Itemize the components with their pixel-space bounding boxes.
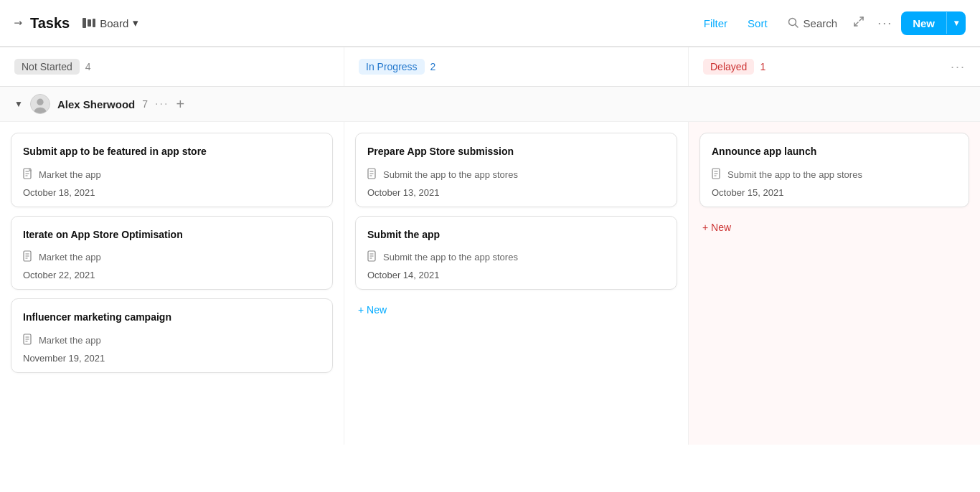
- task-parent: Market the app: [39, 169, 101, 180]
- task-meta: Submit the app to the app stores: [367, 168, 665, 181]
- task-title: Prepare App Store submission: [367, 145, 665, 159]
- task-parent: Submit the app to the app stores: [727, 169, 862, 180]
- expand-icon: [853, 16, 864, 27]
- group-add-button[interactable]: +: [176, 96, 184, 113]
- document-icon: [367, 168, 377, 179]
- doc-icon: [712, 168, 722, 181]
- search-button[interactable]: Search: [779, 13, 847, 34]
- doc-icon: [367, 168, 377, 181]
- task-title: Influencer marketing campaign: [23, 311, 321, 325]
- board-label: Board: [100, 17, 128, 29]
- document-icon: [23, 168, 33, 179]
- document-icon: [367, 250, 377, 262]
- columns-content: Submit app to be featured in app store M…: [0, 122, 980, 445]
- task-date: October 13, 2021: [367, 187, 665, 198]
- sort-button[interactable]: Sort: [739, 13, 776, 34]
- task-date: October 15, 2021: [712, 187, 957, 198]
- column-delayed: Announce app launch Submit the app to th…: [689, 122, 980, 445]
- task-date: October 14, 2021: [367, 270, 665, 280]
- delayed-column-more-button[interactable]: ···: [951, 60, 966, 75]
- header: ↗ Tasks Board ▾ Filter Sort Search: [0, 0, 980, 47]
- svg-point-5: [37, 99, 43, 105]
- status-badge-delayed: Delayed: [703, 59, 754, 75]
- task-card[interactable]: Prepare App Store submission Submit the …: [355, 133, 677, 207]
- svg-line-1: [795, 25, 798, 28]
- task-parent: Market the app: [39, 335, 101, 346]
- task-parent: Submit the app to the app stores: [383, 252, 518, 262]
- filter-button[interactable]: Filter: [695, 13, 736, 34]
- search-label: Search: [804, 17, 838, 29]
- task-meta: Submit the app to the app stores: [712, 168, 957, 181]
- status-badge-in-progress: In Progress: [359, 59, 425, 75]
- new-button-chevron-icon: ▾: [946, 12, 966, 34]
- arrow-icon: ↗: [11, 16, 26, 30]
- board-chevron-icon: ▾: [133, 16, 138, 29]
- group-more-button[interactable]: ···: [155, 98, 169, 110]
- task-card[interactable]: Influencer marketing campaign Market the…: [11, 298, 333, 373]
- task-card[interactable]: Submit app to be featured in app store M…: [11, 133, 333, 207]
- task-title: Iterate on App Store Optimisation: [23, 228, 321, 242]
- task-title: Submit app to be featured in app store: [23, 145, 321, 159]
- header-right: Filter Sort Search ··· New ▾: [695, 11, 966, 35]
- task-parent: Submit the app to the app stores: [383, 169, 518, 180]
- task-date: November 19, 2021: [23, 353, 321, 364]
- doc-icon: [367, 250, 377, 264]
- column-not-started: Submit app to be featured in app store M…: [0, 122, 344, 445]
- board-icon: [83, 18, 95, 28]
- page-title: Tasks: [30, 15, 70, 32]
- task-date: October 18, 2021: [23, 187, 321, 198]
- task-card[interactable]: Iterate on App Store Optimisation Market…: [11, 216, 333, 290]
- expand-button[interactable]: [849, 11, 869, 34]
- task-card[interactable]: Submit the app Submit the app to the app…: [355, 216, 677, 290]
- column-in-progress: Prepare App Store submission Submit the …: [344, 122, 689, 445]
- task-date: October 22, 2021: [23, 270, 321, 280]
- column-header-delayed: Delayed 1 ···: [689, 47, 980, 86]
- task-meta: Market the app: [23, 250, 321, 264]
- ellipsis-icon: ···: [877, 16, 892, 30]
- delayed-count: 1: [760, 61, 765, 72]
- search-icon: [788, 17, 799, 29]
- not-started-count: 4: [85, 61, 91, 72]
- column-header-in-progress: In Progress 2: [344, 47, 689, 86]
- avatar: [30, 94, 50, 114]
- group-row: ▼ Alex Sherwood 7 ··· +: [0, 87, 980, 122]
- document-icon: [712, 168, 722, 179]
- task-parent: Market the app: [39, 252, 101, 262]
- document-icon: [23, 250, 33, 262]
- doc-icon: [23, 250, 33, 264]
- group-count: 7: [142, 98, 148, 110]
- new-button-label: New: [901, 11, 946, 35]
- task-title: Announce app launch: [712, 145, 957, 159]
- new-delayed-button[interactable]: + New: [699, 216, 969, 239]
- new-button[interactable]: New ▾: [901, 11, 966, 35]
- in-progress-count: 2: [430, 61, 436, 72]
- column-header-not-started: Not Started 4: [0, 47, 344, 86]
- task-card[interactable]: Announce app launch Submit the app to th…: [699, 133, 969, 207]
- task-meta: Submit the app to the app stores: [367, 250, 665, 264]
- columns-header: Not Started 4 In Progress 2 Delayed 1 ··…: [0, 47, 980, 87]
- more-options-button[interactable]: ···: [872, 11, 898, 35]
- document-icon: [23, 333, 33, 345]
- task-meta: Market the app: [23, 333, 321, 347]
- header-left: ↗ Tasks Board ▾: [14, 14, 695, 32]
- avatar-image: [31, 94, 50, 114]
- task-title: Submit the app: [367, 228, 665, 242]
- group-collapse-icon[interactable]: ▼: [14, 99, 23, 109]
- task-meta: Market the app: [23, 168, 321, 181]
- group-name: Alex Sherwood: [57, 98, 135, 110]
- doc-icon: [23, 168, 33, 181]
- board-view-button[interactable]: Board ▾: [77, 14, 144, 32]
- status-badge-not-started: Not Started: [14, 59, 80, 75]
- doc-icon: [23, 333, 33, 347]
- new-in-progress-button[interactable]: + New: [355, 298, 677, 321]
